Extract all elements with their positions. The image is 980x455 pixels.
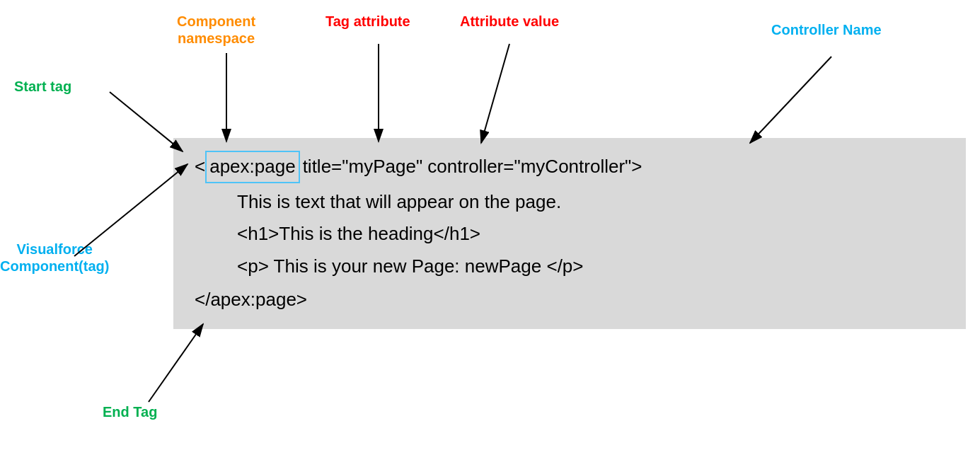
controller-name-arrow	[750, 57, 831, 143]
vf-component-label: Visualforce Component(tag)	[0, 241, 109, 275]
attribute-value-arrow	[481, 44, 509, 143]
attribute-value-label: Attribute value	[460, 13, 559, 30]
start-tag-arrow	[110, 92, 183, 151]
code-line-4: <p> This is your new Page: newPage </p>	[237, 252, 945, 282]
component-namespace-label: Component namespace	[177, 13, 255, 47]
end-tag-arrow	[149, 324, 203, 402]
end-tag-label: End Tag	[103, 403, 157, 420]
controller-name-label: Controller Name	[771, 21, 882, 38]
start-tag-label: Start tag	[14, 78, 71, 95]
tag-rest: title="myPage" controller="myController"…	[303, 152, 642, 182]
code-block: <apex:page title="myPage" controller="my…	[173, 138, 966, 329]
apex-page-tag: apex:page	[205, 151, 299, 183]
code-line-1: <apex:page title="myPage" controller="my…	[195, 151, 945, 183]
diagram-container: <apex:page title="myPage" controller="my…	[0, 0, 980, 455]
code-line-5: </apex:page>	[195, 285, 945, 315]
tag-attribute-label: Tag attribute	[325, 13, 410, 30]
open-bracket: <	[195, 152, 205, 182]
code-line-3: <h1>This is the heading</h1>	[237, 219, 945, 249]
code-line-2: This is text that will appear on the pag…	[237, 188, 945, 217]
